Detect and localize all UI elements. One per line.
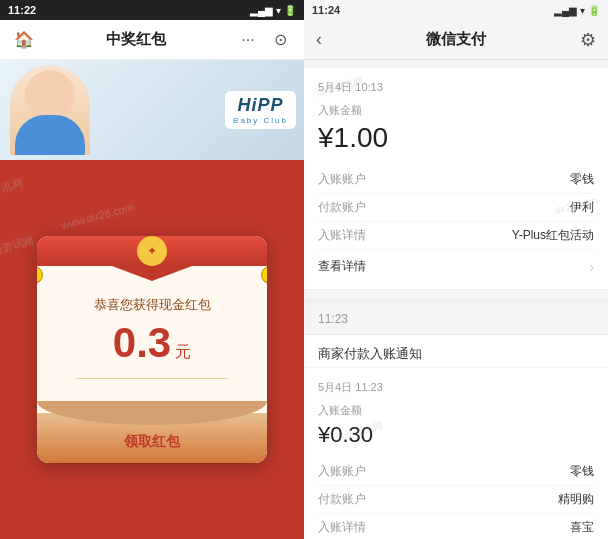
- txn1-value-info: Y-Plus红包活动: [512, 227, 594, 244]
- watermark-2: www.dir28.com: [60, 201, 135, 232]
- right-status-bar: 11:24 ▂▄▆ ▾ 🔋: [304, 0, 608, 20]
- watermark-3: 活动资讯网: [0, 233, 36, 262]
- right-battery-icon: 🔋: [588, 5, 600, 16]
- envelope-top: ✦: [37, 236, 267, 266]
- txn2-value-payer: 精明购: [558, 491, 594, 508]
- envelope-body: 恭喜您获得现金红包 0.3 元: [37, 266, 267, 413]
- txn1-section-label: 入账金额: [318, 103, 594, 118]
- claim-button[interactable]: 领取红包: [104, 427, 200, 457]
- txn1-amount: ¥1.00: [318, 122, 594, 154]
- envelope-container: 资讯网 www.dir28.com 活动资讯网 ✦ 恭喜您获得现金红包 0.3 …: [0, 160, 304, 539]
- view-detail-button[interactable]: 查看详情 ›: [318, 250, 594, 277]
- left-nav-bar: 🏠 中奖红包 ··· ⊙: [0, 20, 304, 60]
- chevron-right-icon: ›: [589, 259, 594, 275]
- wifi-icon: ▾: [276, 5, 281, 16]
- txn2-value-info: 喜宝: [570, 519, 594, 536]
- txn2-date: 5月4日 11:23: [318, 380, 594, 395]
- txn1-label-info: 入账详情: [318, 227, 378, 244]
- more-icon[interactable]: ···: [236, 28, 260, 52]
- back-button[interactable]: ‹: [316, 29, 322, 50]
- hipp-brand-text: HiPP: [238, 95, 284, 116]
- txn2-detail-info: 入账详情 喜宝: [318, 514, 594, 539]
- envelope-amount-row: 0.3 元: [113, 322, 191, 364]
- envelope-card: ✦ 恭喜您获得现金红包 0.3 元 领取红包: [37, 236, 267, 463]
- right-signal-icon: ▂▄▆: [554, 5, 577, 16]
- txn1-detail-account: 入账账户 零钱: [318, 166, 594, 194]
- transaction-card-2: 5月4日 11:23 入账金额 ¥0.30 入账账户 零钱 付款账户 精明购 入…: [304, 368, 608, 539]
- txn1-date: 5月4日 10:13: [318, 80, 594, 95]
- txn2-section-label: 入账金额: [318, 403, 594, 418]
- right-panel: 11:24 ▂▄▆ ▾ 🔋 ‹ 微信支付 ⚙ 5月4日 10:13 入账金额 ¥…: [304, 0, 608, 539]
- signal-icon: ▂▄▆: [250, 5, 273, 16]
- left-status-icons: ▂▄▆ ▾ 🔋: [250, 5, 296, 16]
- settings-button[interactable]: ⚙: [580, 29, 596, 51]
- txn2-label-info: 入账详情: [318, 519, 378, 536]
- right-status-icons: ▂▄▆ ▾ 🔋: [554, 5, 600, 16]
- envelope-amount: 0.3: [113, 322, 171, 364]
- battery-icon: 🔋: [284, 5, 296, 16]
- left-banner: HiPP Baby Club: [0, 60, 304, 160]
- envelope-congrats-text: 恭喜您获得现金红包: [94, 296, 211, 314]
- txn1-value-payer: 伊利: [570, 199, 594, 216]
- right-nav-title: 微信支付: [426, 30, 486, 49]
- left-panel: 11:22 ▂▄▆ ▾ 🔋 🏠 中奖红包 ··· ⊙ HiPP Baby Clu…: [0, 0, 304, 539]
- txn2-label-payer: 付款账户: [318, 491, 378, 508]
- transaction-card-1: 5月4日 10:13 入账金额 ¥1.00 入账账户 零钱 付款账户 伊利 入账…: [304, 68, 608, 290]
- target-icon[interactable]: ⊙: [268, 28, 292, 52]
- left-nav-title: 中奖红包: [106, 30, 166, 49]
- hipp-logo: HiPP Baby Club: [225, 91, 296, 129]
- txn1-detail-info: 入账详情 Y-Plus红包活动: [318, 222, 594, 250]
- left-time: 11:22: [8, 4, 36, 16]
- right-time: 11:24: [312, 4, 340, 16]
- txn2-amount: ¥0.30: [318, 422, 594, 448]
- view-detail-text: 查看详情: [318, 258, 366, 275]
- txn1-value-account: 零钱: [570, 171, 594, 188]
- envelope-dot: ✦: [137, 236, 167, 266]
- txn1-detail-payer: 付款账户 伊利: [318, 194, 594, 222]
- section-time: 11:23: [318, 312, 348, 326]
- envelope-unit: 元: [175, 342, 191, 363]
- txn2-value-account: 零钱: [570, 463, 594, 480]
- txn1-label-account: 入账账户: [318, 171, 378, 188]
- txn2-detail-account: 入账账户 零钱: [318, 458, 594, 486]
- txn2-detail-payer: 付款账户 精明购: [318, 486, 594, 514]
- right-content: 5月4日 10:13 入账金额 ¥1.00 入账账户 零钱 付款账户 伊利 入账…: [304, 60, 608, 539]
- txn1-label-payer: 付款账户: [318, 199, 378, 216]
- hipp-sub-text: Baby Club: [233, 116, 288, 125]
- right-wifi-icon: ▾: [580, 5, 585, 16]
- watermark-1: 资讯网: [0, 176, 24, 199]
- banner-person: [10, 65, 90, 155]
- right-nav-bar: ‹ 微信支付 ⚙: [304, 20, 608, 60]
- envelope-bottom-decor: 领取红包: [37, 413, 267, 463]
- section-header-2: 11:23: [304, 304, 608, 335]
- home-icon[interactable]: 🏠: [12, 28, 36, 52]
- txn2-label-account: 入账账户: [318, 463, 378, 480]
- left-status-bar: 11:22 ▂▄▆ ▾ 🔋: [0, 0, 304, 20]
- txn2-notice-title: 商家付款入账通知: [304, 335, 608, 368]
- envelope-divider: [76, 378, 228, 379]
